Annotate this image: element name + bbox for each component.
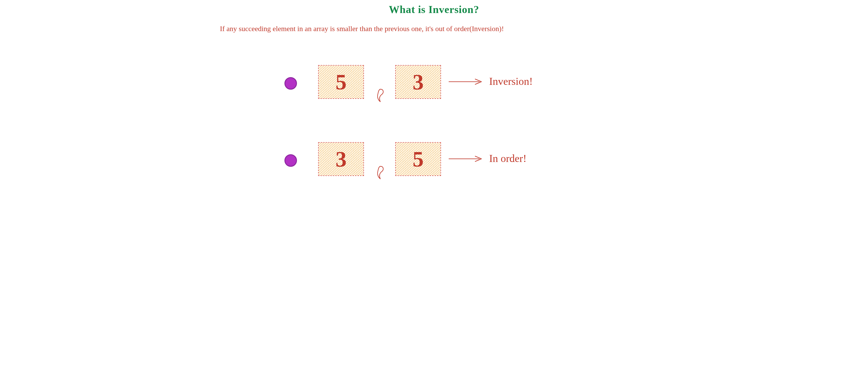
bullet-icon [284, 77, 297, 90]
diagram-title: What is Inversion? [217, 3, 651, 16]
arrow-right-icon [448, 78, 484, 85]
bullet-icon [284, 154, 297, 167]
example-row: 3 5 In order! [217, 140, 651, 183]
diagram-subtitle: If any succeeding element in an array is… [220, 25, 648, 33]
number-value: 3 [319, 143, 364, 175]
comma-icon [374, 87, 388, 106]
number-value: 5 [396, 143, 440, 175]
number-box: 5 [318, 65, 364, 99]
number-box: 3 [318, 142, 364, 176]
number-box: 5 [395, 142, 441, 176]
number-box: 3 [395, 65, 441, 99]
example-row: 5 3 Inversion! [217, 63, 651, 106]
comma-icon [374, 164, 388, 183]
diagram-canvas: What is Inversion? If any succeeding ele… [217, 0, 651, 188]
number-value: 5 [319, 65, 364, 98]
result-label: Inversion! [489, 75, 533, 87]
arrow-right-icon [448, 155, 484, 163]
number-value: 3 [396, 65, 440, 98]
result-label: In order! [489, 152, 526, 165]
